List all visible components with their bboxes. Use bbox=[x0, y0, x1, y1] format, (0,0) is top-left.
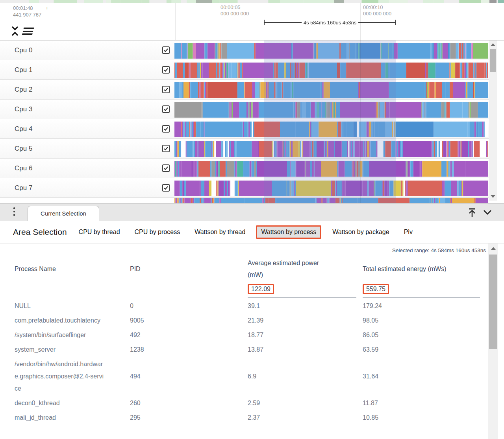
cell-name: system_server bbox=[15, 342, 104, 357]
track-row[interactable]: Cpu 4 bbox=[0, 119, 489, 139]
cell-pid: 295 bbox=[130, 410, 248, 425]
tracks-scrollbar[interactable] bbox=[489, 41, 497, 201]
track-checkbox[interactable] bbox=[162, 66, 170, 74]
checkmark-icon bbox=[163, 126, 169, 131]
bracket-line bbox=[358, 22, 395, 23]
track-slices-canvas[interactable] bbox=[174, 181, 488, 196]
column-header-avg-power[interactable]: Average estimated power (mW) bbox=[248, 256, 363, 281]
table-row[interactable]: com.prefabulated.touchlatency900521.3998… bbox=[15, 313, 486, 328]
sort-tracks-icon[interactable] bbox=[22, 28, 36, 35]
track-slices-canvas[interactable] bbox=[174, 102, 488, 118]
timeline-ruler[interactable]: 00:01:48+ 441 907 767 00:00:05 000 000 0… bbox=[0, 3, 504, 41]
track-slices-canvas[interactable] bbox=[174, 141, 488, 157]
track-slices-canvas[interactable] bbox=[174, 63, 488, 78]
cell-energy: 63.59 bbox=[363, 342, 486, 357]
track-row[interactable]: Cpu 2 bbox=[0, 80, 489, 100]
track-slices-canvas[interactable] bbox=[174, 198, 488, 203]
ruler-tick-5s: 00:00:05 000 000 000 bbox=[220, 4, 249, 17]
cell-power: 13.87 bbox=[248, 342, 363, 357]
track-label: Cpu 0 bbox=[15, 41, 32, 60]
track-row[interactable]: Cpu 6 bbox=[0, 159, 489, 178]
cell-pid: 494 bbox=[130, 369, 248, 384]
table-row[interactable]: system_server123813.8763.59 bbox=[15, 342, 486, 357]
partial-track-row[interactable] bbox=[0, 198, 489, 203]
viewport-edge-line bbox=[176, 3, 176, 40]
collapse-panel-chevron-icon[interactable] bbox=[483, 208, 492, 216]
summary-total-energy-highlight: 559.75 bbox=[363, 284, 389, 294]
table-row[interactable]: decon0_kthread2602.5911.87 bbox=[15, 396, 486, 410]
track-row[interactable]: Cpu 0 bbox=[0, 41, 489, 60]
scroll-up-icon[interactable] bbox=[491, 43, 495, 46]
details-panel-handle[interactable]: Current Selection bbox=[0, 203, 504, 221]
track-checkbox[interactable] bbox=[162, 125, 170, 133]
panel-scrollbar[interactable] bbox=[488, 243, 498, 439]
table-row[interactable]: NULL039.1179.24 bbox=[15, 299, 486, 313]
track-label: Cpu 3 bbox=[15, 100, 32, 119]
track-slices-canvas[interactable] bbox=[174, 82, 488, 98]
column-header-total-energy[interactable]: Total estimated energy (mWs) bbox=[363, 262, 486, 275]
tab-wattson-by-process[interactable]: Wattson by process bbox=[256, 225, 321, 239]
collapse-all-tracks-icon[interactable] bbox=[11, 26, 19, 37]
cell-power: 39.1 bbox=[248, 299, 363, 313]
cell-pid: 260 bbox=[130, 396, 248, 410]
track-label: Cpu 6 bbox=[15, 159, 32, 178]
cell-energy: 86.05 bbox=[363, 328, 486, 342]
time-gridline bbox=[360, 3, 361, 203]
cell-power: 21.39 bbox=[248, 313, 363, 328]
column-header-process-name[interactable]: Process Name bbox=[15, 262, 130, 275]
cell-pid: 1238 bbox=[130, 342, 248, 357]
tab-wattson-by-thread[interactable]: Wattson by thread bbox=[195, 229, 245, 236]
checkmark-icon bbox=[163, 146, 169, 151]
selected-range-link[interactable]: 4s 584ms 160us 453ns bbox=[431, 247, 486, 254]
details-panel: Current Selection Area Selection CPU by … bbox=[0, 203, 504, 439]
table-row[interactable]: mali_jd_thread2952.3710.85 bbox=[15, 410, 486, 425]
table-row[interactable]: /vendor/bin/hw/android.hardware.graphics… bbox=[15, 357, 486, 396]
track-row[interactable]: Cpu 7 bbox=[0, 178, 489, 198]
track-checkbox[interactable] bbox=[162, 86, 170, 93]
drawer-menu-icon[interactable] bbox=[13, 207, 15, 218]
column-header-pid[interactable]: PID bbox=[130, 262, 248, 275]
tracks-scrollbar-thumb[interactable] bbox=[490, 49, 496, 72]
table-header-row: Process Name PID Average estimated power… bbox=[15, 256, 486, 281]
timeline-overview-minimap[interactable] bbox=[0, 0, 504, 3]
track-checkbox[interactable] bbox=[162, 145, 170, 152]
panel-title: Area Selection bbox=[13, 227, 67, 237]
cell-energy: 98.05 bbox=[363, 313, 486, 328]
scroll-up-icon[interactable] bbox=[491, 247, 496, 250]
selection-panel-content: Selected range: 4s 584ms 160us 453ns Pro… bbox=[0, 243, 487, 439]
scroll-down-icon[interactable] bbox=[491, 195, 495, 198]
cell-power: 2.37 bbox=[248, 410, 363, 425]
track-checkbox[interactable] bbox=[162, 105, 170, 113]
track-row[interactable]: Cpu 3 bbox=[0, 100, 489, 119]
track-row[interactable]: Cpu 1 bbox=[0, 60, 489, 80]
track-label: Cpu 2 bbox=[15, 80, 32, 99]
checkmark-icon bbox=[163, 48, 169, 53]
perfetto-trace-viewer: { "timeline": { "origin_time": "00:01:48… bbox=[0, 0, 504, 439]
plus-indicator: + bbox=[46, 5, 49, 11]
tab-current-selection[interactable]: Current Selection bbox=[28, 206, 99, 221]
track-row[interactable]: Cpu 5 bbox=[0, 139, 489, 159]
track-checkbox[interactable] bbox=[162, 164, 170, 172]
checkmark-icon bbox=[163, 185, 169, 190]
track-checkbox[interactable] bbox=[162, 46, 170, 54]
dock-to-top-icon[interactable] bbox=[467, 207, 477, 218]
cell-power: 18.77 bbox=[248, 328, 363, 342]
cell-pid: 9005 bbox=[130, 313, 248, 328]
checkmark-icon bbox=[163, 166, 169, 171]
bracket-right-tick bbox=[395, 20, 396, 25]
tab-piv[interactable]: Piv bbox=[404, 229, 413, 236]
summary-avg-power-highlight: 122.09 bbox=[248, 284, 274, 294]
checkmark-icon bbox=[163, 87, 169, 92]
panel-scrollbar-thumb[interactable] bbox=[489, 255, 497, 349]
tab-cpu-by-thread[interactable]: CPU by thread bbox=[79, 229, 120, 236]
track-slices-canvas[interactable] bbox=[174, 161, 488, 177]
track-checkbox[interactable] bbox=[162, 184, 170, 192]
tab-wattson-by-package[interactable]: Wattson by package bbox=[332, 229, 389, 236]
table-row[interactable]: /system/bin/surfaceflinger49218.7786.05 bbox=[15, 328, 486, 342]
track-slices-canvas[interactable] bbox=[174, 43, 488, 59]
track-slices-canvas[interactable] bbox=[174, 122, 488, 137]
cell-pid: 492 bbox=[130, 328, 248, 342]
tab-cpu-by-process[interactable]: CPU by process bbox=[135, 229, 180, 236]
cell-power: 6.9 bbox=[248, 369, 363, 384]
selected-range-label: Selected range: bbox=[392, 247, 430, 253]
